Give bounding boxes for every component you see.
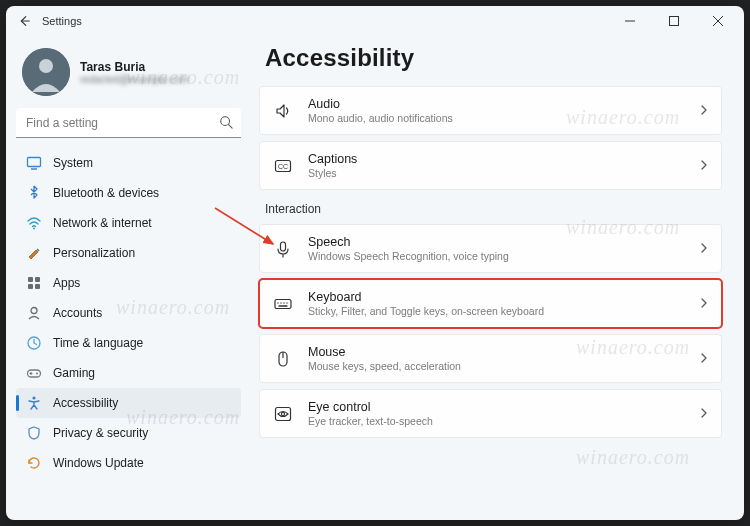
svg-point-18	[36, 373, 38, 375]
sidebar-item-label: Apps	[53, 276, 80, 290]
main-content: Accessibility Audio Mono audio, audio no…	[251, 36, 744, 520]
chevron-right-icon	[699, 102, 709, 120]
card-captions[interactable]: CC Captions Styles	[259, 141, 722, 190]
sidebar-item-system[interactable]: System	[16, 148, 241, 178]
svg-rect-14	[35, 284, 40, 289]
sidebar-item-label: Accessibility	[53, 396, 118, 410]
card-eye[interactable]: Eye control Eye tracker, text-to-speech	[259, 389, 722, 438]
svg-rect-22	[281, 242, 286, 251]
speech-icon	[272, 238, 294, 260]
sidebar-item-label: Personalization	[53, 246, 135, 260]
profile-name: Taras Buria	[80, 60, 189, 74]
gaming-icon	[26, 365, 42, 381]
arrow-left-icon	[17, 14, 31, 28]
svg-rect-8	[28, 158, 41, 167]
sidebar-item-gaming[interactable]: Gaming	[16, 358, 241, 388]
chevron-right-icon	[699, 157, 709, 175]
svg-text:CC: CC	[278, 163, 288, 170]
section-label: Interaction	[265, 202, 722, 216]
svg-rect-13	[28, 284, 33, 289]
minimize-button[interactable]	[608, 6, 652, 36]
card-title: Mouse	[308, 345, 699, 359]
card-title: Captions	[308, 152, 699, 166]
sidebar-item-update[interactable]: Windows Update	[16, 448, 241, 478]
card-desc: Eye tracker, text-to-speech	[308, 415, 699, 427]
time-icon	[26, 335, 42, 351]
system-icon	[26, 155, 42, 171]
svg-rect-1	[670, 17, 679, 26]
chevron-right-icon	[699, 405, 709, 423]
card-desc: Windows Speech Recognition, voice typing	[308, 250, 699, 262]
sidebar-item-label: Bluetooth & devices	[53, 186, 159, 200]
back-button[interactable]	[10, 7, 38, 35]
card-desc: Sticky, Filter, and Toggle keys, on-scre…	[308, 305, 699, 317]
svg-rect-17	[28, 370, 41, 377]
svg-rect-11	[28, 277, 33, 282]
svg-rect-12	[35, 277, 40, 282]
sidebar-item-label: Network & internet	[53, 216, 152, 230]
audio-icon	[272, 100, 294, 122]
close-button[interactable]	[696, 6, 740, 36]
sidebar-item-bluetooth[interactable]: Bluetooth & devices	[16, 178, 241, 208]
sidebar-item-accessibility[interactable]: Accessibility	[16, 388, 241, 418]
card-desc: Styles	[308, 167, 699, 179]
card-title: Keyboard	[308, 290, 699, 304]
maximize-icon	[669, 16, 679, 26]
sidebar-item-label: Privacy & security	[53, 426, 148, 440]
avatar	[22, 48, 70, 96]
sidebar-nav: SystemBluetooth & devicesNetwork & inter…	[16, 148, 241, 478]
svg-point-19	[32, 396, 35, 399]
svg-point-5	[39, 59, 53, 73]
chevron-right-icon	[699, 295, 709, 313]
settings-window: Settings Taras Buria redacted@example.co…	[6, 6, 744, 520]
accounts-icon	[26, 305, 42, 321]
sidebar-item-privacy[interactable]: Privacy & security	[16, 418, 241, 448]
sidebar-item-time[interactable]: Time & language	[16, 328, 241, 358]
wifi-icon	[26, 215, 42, 231]
card-audio[interactable]: Audio Mono audio, audio notifications	[259, 86, 722, 135]
chevron-right-icon	[699, 240, 709, 258]
apps-icon	[26, 275, 42, 291]
svg-point-15	[31, 308, 37, 314]
card-keyboard[interactable]: Keyboard Sticky, Filter, and Toggle keys…	[259, 279, 722, 328]
card-desc: Mono audio, audio notifications	[308, 112, 699, 124]
eye-icon	[272, 403, 294, 425]
svg-point-6	[221, 117, 230, 126]
sidebar-item-apps[interactable]: Apps	[16, 268, 241, 298]
sidebar-item-wifi[interactable]: Network & internet	[16, 208, 241, 238]
captions-icon: CC	[272, 155, 294, 177]
svg-rect-23	[275, 299, 291, 308]
minimize-icon	[625, 16, 635, 26]
card-desc: Mouse keys, speed, acceleration	[308, 360, 699, 372]
svg-point-27	[281, 412, 284, 415]
search-input[interactable]	[16, 108, 241, 138]
sidebar: Taras Buria redacted@example.com SystemB…	[6, 36, 251, 520]
mouse-icon	[272, 348, 294, 370]
sidebar-item-personalization[interactable]: Personalization	[16, 238, 241, 268]
card-title: Eye control	[308, 400, 699, 414]
close-icon	[713, 16, 723, 26]
bluetooth-icon	[26, 185, 42, 201]
svg-line-7	[229, 125, 233, 129]
card-mouse[interactable]: Mouse Mouse keys, speed, acceleration	[259, 334, 722, 383]
sidebar-item-label: Accounts	[53, 306, 102, 320]
update-icon	[26, 455, 42, 471]
sidebar-item-label: Gaming	[53, 366, 95, 380]
card-speech[interactable]: Speech Windows Speech Recognition, voice…	[259, 224, 722, 273]
search-icon	[219, 115, 233, 133]
chevron-right-icon	[699, 350, 709, 368]
privacy-icon	[26, 425, 42, 441]
card-title: Audio	[308, 97, 699, 111]
profile-email: redacted@example.com	[80, 74, 189, 85]
profile-block[interactable]: Taras Buria redacted@example.com	[16, 42, 241, 108]
maximize-button[interactable]	[652, 6, 696, 36]
sidebar-item-label: System	[53, 156, 93, 170]
page-title: Accessibility	[265, 44, 722, 72]
accessibility-icon	[26, 395, 42, 411]
search-box	[16, 108, 241, 138]
window-title: Settings	[42, 15, 82, 27]
keyboard-icon	[272, 293, 294, 315]
svg-point-10	[33, 228, 35, 230]
sidebar-item-accounts[interactable]: Accounts	[16, 298, 241, 328]
card-title: Speech	[308, 235, 699, 249]
